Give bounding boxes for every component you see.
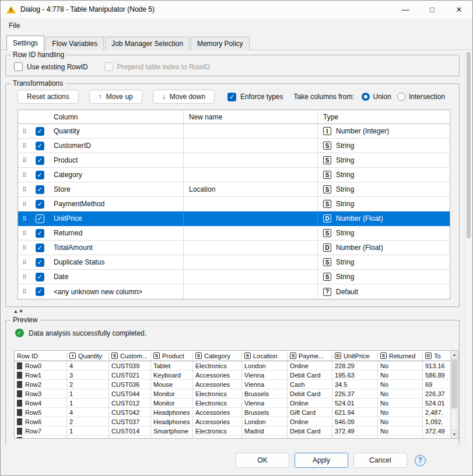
new-name-cell[interactable] [184, 139, 318, 153]
row-checkbox[interactable]: ✓ [36, 244, 44, 252]
preview-header-cell[interactable]: SReturned [378, 351, 423, 361]
preview-header-cell[interactable]: SPayme... [288, 351, 332, 361]
preview-header-cell[interactable]: IQuantity [67, 351, 109, 361]
drag-handle-icon[interactable]: ⠿ [18, 211, 31, 225]
row-checkbox[interactable]: ✓ [36, 214, 44, 223]
union-radio[interactable] [362, 93, 370, 101]
preview-scrollbar[interactable]: ▲ ▼ [450, 351, 458, 438]
new-name-cell[interactable] [184, 197, 318, 211]
new-name-cell[interactable] [184, 124, 318, 138]
apply-button[interactable]: Apply [295, 453, 348, 468]
type-cell[interactable]: SString [318, 255, 450, 269]
transform-row[interactable]: ⠿✓QuantityINumber (Integer) [18, 124, 450, 139]
preview-row[interactable]: Row62CUST037HeadphonesAccessoriesLondonO… [15, 417, 458, 426]
preview-row[interactable]: Row31CUST044MonitorElectronicsBrusselsDe… [15, 389, 458, 399]
row-checkbox[interactable]: ✓ [36, 258, 44, 267]
new-name-cell[interactable] [184, 211, 318, 225]
type-cell[interactable]: DNumber (Float) [318, 241, 450, 255]
preview-row[interactable]: Row04CUST039TabletElectronicsLondonOnlin… [15, 361, 458, 371]
drag-handle-icon[interactable]: ⠿ [18, 284, 31, 299]
transform-row[interactable]: ⠿✓StoreLocationSString [18, 182, 450, 197]
splitter-up-icon[interactable]: ▲ [13, 309, 18, 314]
new-name-cell[interactable] [184, 153, 318, 167]
drag-handle-icon[interactable]: ⠿ [18, 197, 31, 211]
type-cell[interactable]: DNumber (Float) [318, 211, 450, 225]
move-down-button[interactable]: ↓ Move down [153, 90, 215, 104]
row-checkbox[interactable]: ✓ [36, 142, 44, 150]
preview-row[interactable]: Row54CUST042HeadphonesAccessoriesBrussel… [15, 408, 458, 417]
type-cell[interactable]: SString [318, 270, 450, 284]
drag-handle-icon[interactable]: ⠿ [18, 139, 31, 153]
tab-job-manager-selection[interactable]: Job Manager Selection [105, 37, 190, 50]
ok-button[interactable]: OK [236, 453, 289, 468]
tab-memory-policy[interactable]: Memory Policy [191, 37, 250, 50]
tab-settings[interactable]: Settings [6, 36, 44, 51]
row-checkbox[interactable]: ✓ [36, 273, 44, 281]
new-name-cell[interactable] [184, 241, 318, 255]
preview-row[interactable]: Row22CUST036MouseAccessoriesViennaCash34… [15, 380, 458, 389]
type-cell[interactable]: SString [318, 168, 450, 182]
type-cell[interactable]: SString [318, 182, 450, 196]
drag-handle-icon[interactable]: ⠿ [18, 124, 31, 138]
minimize-button[interactable]: — [392, 1, 419, 18]
new-name-cell[interactable] [184, 284, 318, 299]
dialog-scrollbar-thumb[interactable] [467, 52, 471, 238]
new-name-cell[interactable] [184, 168, 318, 182]
preview-row[interactable]: Row71CUST014SmartphoneElectronicsMadridD… [15, 426, 458, 436]
type-cell[interactable]: SString [318, 197, 450, 211]
maximize-button[interactable]: □ [419, 1, 446, 18]
drag-handle-icon[interactable]: ⠿ [18, 226, 31, 240]
close-button[interactable]: ✕ [446, 1, 472, 18]
scroll-down-icon[interactable]: ▼ [451, 430, 458, 438]
use-existing-rowid-checkbox[interactable] [14, 62, 23, 71]
preview-row[interactable]: Row13CUST021KeyboardAccessoriesViennaDeb… [15, 371, 458, 380]
preview-header-cell[interactable]: SProduct [151, 351, 193, 361]
scroll-up-icon[interactable]: ▲ [451, 351, 458, 359]
type-cell[interactable]: SString [318, 226, 450, 240]
new-name-cell[interactable] [184, 255, 318, 269]
transform-row[interactable]: ⠿✓PaymentMethodSString [18, 197, 450, 211]
new-name-cell[interactable]: Location [184, 182, 318, 196]
type-cell[interactable]: ?Default [318, 284, 450, 299]
row-checkbox[interactable]: ✓ [36, 229, 44, 238]
drag-handle-icon[interactable]: ⠿ [18, 270, 31, 284]
preview-row[interactable]: Row41CUST012MonitorElectronicsViennaOnli… [15, 399, 458, 408]
transform-row[interactable]: ⠿✓ProductSString [18, 153, 450, 168]
drag-handle-icon[interactable]: ⠿ [18, 168, 31, 182]
type-cell[interactable]: INumber (Integer) [318, 124, 450, 138]
drag-handle-icon[interactable]: ⠿ [18, 255, 31, 269]
row-checkbox[interactable]: ✓ [36, 156, 44, 165]
row-checkbox[interactable]: ✓ [36, 127, 44, 136]
transform-row[interactable]: ⠿✓TotalAmountDNumber (Float) [18, 241, 450, 255]
transform-row[interactable]: ⠿✓<any unknown new column>?Default [18, 284, 450, 299]
preview-header-cell[interactable]: SCategory [193, 351, 242, 361]
row-checkbox[interactable]: ✓ [36, 287, 44, 296]
new-name-cell[interactable] [184, 270, 318, 284]
drag-handle-icon[interactable]: ⠿ [18, 182, 31, 196]
transform-row[interactable]: ⠿✓ReturnedSString [18, 226, 450, 241]
preview-header-cell[interactable]: DUnitPrice [332, 351, 378, 361]
preview-header-cell[interactable]: Row ID [15, 351, 67, 361]
row-checkbox[interactable]: ✓ [36, 185, 44, 194]
preview-scrollbar-thumb[interactable] [451, 359, 457, 408]
menu-file[interactable]: File [4, 20, 24, 31]
new-name-cell[interactable] [184, 226, 318, 240]
enforce-types-checkbox[interactable]: ✓ [227, 93, 236, 101]
transform-row[interactable]: ⠿✓DateSString [18, 270, 450, 284]
type-cell[interactable]: SString [318, 153, 450, 167]
transform-row[interactable]: ⠿✓Duplicate StatusSString [18, 255, 450, 270]
drag-handle-icon[interactable]: ⠿ [18, 153, 31, 167]
move-up-button[interactable]: ↑ Move up [89, 90, 142, 104]
tab-flow-variables[interactable]: Flow Variables [45, 37, 104, 50]
help-button[interactable]: ? [415, 455, 426, 466]
transform-row[interactable]: ⠿✓CustomerIDSString [18, 139, 450, 153]
row-checkbox[interactable]: ✓ [36, 171, 44, 179]
drag-handle-icon[interactable]: ⠿ [18, 241, 31, 255]
preview-header-cell[interactable]: SLocation [242, 351, 288, 361]
transform-row[interactable]: ⠿✓CategorySString [18, 168, 450, 182]
transform-row[interactable]: ⠿✓UnitPriceDNumber (Float) [18, 211, 450, 226]
intersection-radio[interactable] [397, 93, 405, 101]
type-cell[interactable]: SString [318, 139, 450, 153]
reset-actions-button[interactable]: Reset actions [17, 90, 79, 104]
splitter-down-icon[interactable]: ▼ [19, 309, 23, 314]
